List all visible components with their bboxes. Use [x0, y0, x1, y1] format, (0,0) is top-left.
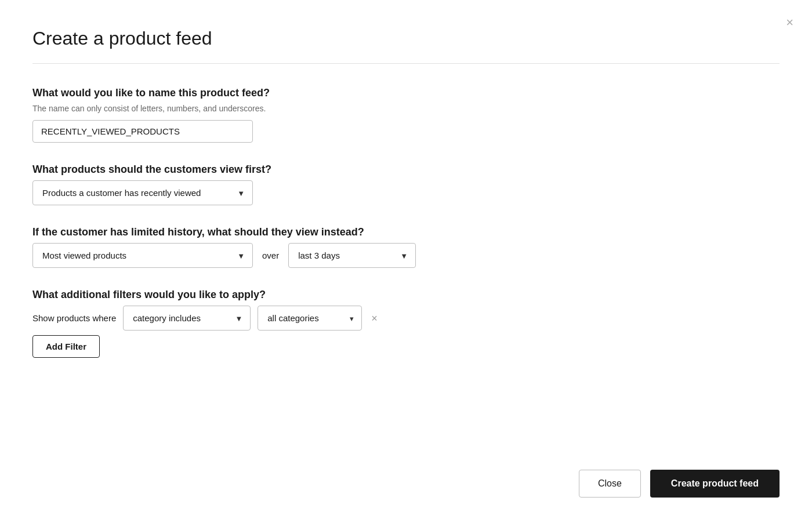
remove-filter-button[interactable]: ×	[369, 313, 380, 324]
modal-title: Create a product feed	[32, 28, 780, 49]
filter-value-select[interactable]: all categories electronics clothing home…	[258, 306, 362, 331]
close-button[interactable]: Close	[579, 470, 641, 498]
filter-row: Show products where category includes ca…	[32, 306, 780, 331]
modal-footer: Close Create product feed	[32, 446, 780, 498]
products-first-select[interactable]: Products a customer has recently viewed …	[32, 180, 253, 205]
filter-type-select[interactable]: category includes category excludes pric…	[123, 306, 251, 331]
section-filters-question: What additional filters would you like t…	[32, 289, 780, 301]
section-products-first-question: What products should the customers view …	[32, 164, 780, 176]
filter-value-select-wrapper: all categories electronics clothing home…	[258, 306, 362, 331]
section-name-question: What would you like to name this product…	[32, 87, 780, 99]
footer-spacer	[32, 379, 780, 446]
period-select[interactable]: last 3 days last 7 days last 14 days las…	[288, 243, 416, 268]
over-label: over	[262, 251, 279, 260]
fallback-select[interactable]: Most viewed products Trending products N…	[32, 243, 253, 268]
filter-type-select-wrapper: category includes category excludes pric…	[123, 306, 251, 331]
modal-overlay: × Create a product feed What would you l…	[0, 0, 812, 530]
modal-dialog: × Create a product feed What would you l…	[0, 0, 812, 530]
modal-close-icon-button[interactable]: ×	[786, 16, 793, 29]
show-products-label: Show products where	[32, 313, 116, 323]
fallback-row: Most viewed products Trending products N…	[32, 243, 780, 268]
section-filters: What additional filters would you like t…	[32, 289, 780, 358]
section-name-hint: The name can only consist of letters, nu…	[32, 104, 780, 113]
create-product-feed-button[interactable]: Create product feed	[650, 470, 780, 498]
section-name: What would you like to name this product…	[32, 87, 780, 143]
title-divider	[32, 63, 780, 64]
fallback-select-wrapper: Most viewed products Trending products N…	[32, 243, 253, 268]
section-limited-history: If the customer has limited history, wha…	[32, 226, 780, 268]
section-products-first: What products should the customers view …	[32, 164, 780, 205]
period-select-wrapper: last 3 days last 7 days last 14 days las…	[288, 243, 416, 268]
add-filter-button[interactable]: Add Filter	[32, 335, 100, 358]
section-limited-history-question: If the customer has limited history, wha…	[32, 226, 780, 238]
products-first-select-wrapper: Products a customer has recently viewed …	[32, 180, 253, 205]
feed-name-input[interactable]	[32, 120, 253, 143]
